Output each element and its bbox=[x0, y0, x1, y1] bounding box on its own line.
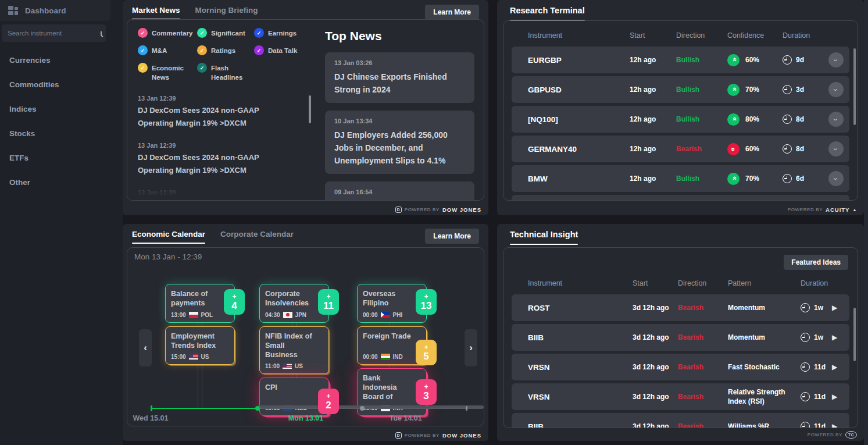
table-row[interactable]: [NQ100] 12h ago Bullish » 80% 8d › bbox=[512, 106, 849, 133]
event-count-badge[interactable]: + 11 bbox=[318, 289, 339, 315]
sidebar-item[interactable]: Stocks bbox=[0, 123, 123, 144]
sidebar-item[interactable]: Indices bbox=[0, 99, 123, 119]
expand-row-button[interactable]: › bbox=[828, 82, 844, 97]
news-filter-checkbox[interactable]: ✓ Ratings bbox=[197, 45, 254, 55]
news-filter-checkbox[interactable]: ✓ Earnings bbox=[254, 28, 305, 38]
event-count-badge[interactable]: + 4 bbox=[224, 289, 245, 315]
tab[interactable]: Economic Calendar bbox=[132, 230, 205, 244]
news-list-item[interactable]: 13 Jan 12:39 DJ DexCom Sees 2024 non-GAA… bbox=[138, 142, 309, 176]
featured-ideas-button[interactable]: Featured Ideas bbox=[784, 255, 848, 270]
news-list-item[interactable]: 13 Jan 12:39 bbox=[138, 189, 309, 196]
timeline-day-label[interactable]: Mon 13.01 bbox=[288, 414, 323, 422]
calendar-event-card[interactable]: Employment Trends Index 15:00 US bbox=[165, 326, 235, 365]
news-filter-checkbox[interactable]: ✓ Significant bbox=[197, 28, 254, 38]
table-row[interactable]: GBPUSD 12h ago Bullish » 70% 3d › bbox=[512, 76, 849, 103]
start-cell: 3d 12h ago bbox=[633, 422, 678, 428]
calendar-event-card[interactable]: Balance of payments 13:00 POL + 4 bbox=[165, 284, 235, 323]
table-row[interactable]: VRSN 3d 12h ago Bearish Fast Stochastic … bbox=[512, 354, 849, 380]
event-country-code: US bbox=[295, 363, 303, 369]
expand-row-button[interactable]: › bbox=[828, 171, 844, 186]
clock-icon bbox=[783, 115, 792, 124]
open-idea-arrow[interactable]: ▶ bbox=[832, 304, 849, 312]
news-filter-checkbox[interactable]: ✓ M&A bbox=[138, 45, 197, 55]
top-news-card[interactable]: 13 Jan 03:26 DJ Chinese Exports Finished… bbox=[325, 52, 474, 103]
learn-more-button[interactable]: Learn More bbox=[425, 229, 479, 244]
news-timestamp: 13 Jan 12:39 bbox=[138, 142, 309, 149]
badge-count: 5 bbox=[423, 351, 428, 361]
timeline-day-label[interactable]: Wed 15.01 bbox=[133, 414, 169, 422]
badge-count: 4 bbox=[231, 301, 237, 311]
news-filter-checkbox[interactable]: ✓ Flash Headlines bbox=[197, 63, 254, 82]
start-cell: 3d 12h ago bbox=[633, 333, 678, 341]
news-filter-checkbox[interactable]: ✓ Commentary bbox=[138, 28, 197, 38]
table-row[interactable]: BIIB 3d 12h ago Bearish Momentum 1w ▶ bbox=[512, 324, 849, 351]
top-news-timestamp: 10 Jan 13:34 bbox=[334, 118, 465, 124]
research-scrollbar[interactable] bbox=[853, 48, 856, 125]
confidence-value: 60% bbox=[745, 145, 759, 153]
open-idea-arrow[interactable]: ▶ bbox=[832, 333, 849, 341]
double-chevron-icon: » bbox=[731, 88, 738, 91]
sidebar-header-dashboard[interactable]: Dashboard bbox=[0, 0, 110, 21]
calendar-event-card[interactable]: Corporate Insolvencies 04:30 JPN + 11 bbox=[259, 284, 329, 323]
checkbox-check-icon: ✓ bbox=[197, 63, 207, 73]
tab[interactable]: Market News bbox=[132, 6, 180, 20]
research-table-header-row: Instrument Start Direction Confidence Du… bbox=[512, 24, 849, 47]
direction-arrow-badge: » bbox=[727, 113, 740, 126]
page-scrollbar[interactable] bbox=[864, 0, 868, 445]
insight-scrollbar[interactable] bbox=[853, 308, 856, 361]
news-list-item[interactable]: 13 Jan 12:39 DJ DexCom Sees 2024 non-GAA… bbox=[138, 95, 309, 129]
calendar-event-card[interactable]: Foreign Trade 00:00 IND + 5 bbox=[357, 326, 427, 365]
calendar-event-card[interactable]: NFIB Index of Small Business 11:00 US bbox=[259, 326, 329, 375]
country-flag-icon bbox=[283, 363, 292, 369]
filter-label: Earnings bbox=[268, 29, 297, 38]
table-row[interactable]: VRSN 3d 12h ago Bearish Relative Strengt… bbox=[512, 383, 849, 410]
sidebar-item[interactable]: ETFs bbox=[0, 148, 123, 168]
search-input[interactable] bbox=[8, 30, 97, 37]
top-news-card[interactable]: 09 Jan 16:54 DJ Airbus Comes Short of bbox=[325, 181, 474, 201]
table-row[interactable]: BIIB 3d 12h ago Bearish Williams %R 11d … bbox=[512, 413, 849, 428]
table-row[interactable]: ROST 3d 12h ago Bearish Momentum 1w ▶ bbox=[512, 294, 849, 321]
news-filter-checkbox[interactable]: ✓ Data Talk bbox=[254, 45, 305, 55]
search-icon[interactable] bbox=[101, 31, 102, 36]
timeline-day-label[interactable]: Tue 14.01 bbox=[390, 414, 422, 422]
table-row[interactable]: GERMANY40 12h ago Bearish » 60% 8d › bbox=[512, 136, 849, 162]
tab[interactable]: Corporate Calendar bbox=[220, 230, 294, 238]
sidebar-item[interactable]: Currencies bbox=[0, 50, 123, 70]
open-idea-arrow[interactable]: ▶ bbox=[832, 422, 849, 428]
table-row[interactable]: EURGBP 12h ago Bullish » 60% 9d › bbox=[512, 47, 849, 73]
calendar-prev-button[interactable]: ‹ bbox=[139, 329, 152, 366]
event-count-badge[interactable]: + 13 bbox=[416, 289, 437, 315]
learn-more-button[interactable]: Learn More bbox=[425, 5, 479, 20]
col-direction: Direction bbox=[678, 279, 728, 287]
duration-value: 1w bbox=[814, 304, 823, 312]
calendar-next-button[interactable]: › bbox=[465, 329, 477, 366]
news-filters: ✓ Commentary ✓ Significant ✓ Earnings bbox=[138, 28, 309, 82]
expand-row-button[interactable]: › bbox=[828, 52, 844, 67]
timeline-dot-active bbox=[255, 406, 260, 411]
sidebar-item[interactable]: Commodities bbox=[0, 74, 123, 95]
event-count-badge[interactable]: + 5 bbox=[416, 340, 437, 365]
duration-value: 8d bbox=[796, 115, 804, 123]
expand-row-button[interactable]: › bbox=[828, 112, 844, 127]
expand-row-button[interactable]: › bbox=[828, 141, 844, 156]
event-count-badge[interactable]: + 3 bbox=[416, 379, 437, 405]
instrument-cell: BMW bbox=[528, 175, 630, 183]
timeline-active-segment bbox=[151, 408, 255, 409]
table-row-partial[interactable] bbox=[512, 195, 849, 201]
direction-cell: Bullish bbox=[676, 175, 727, 183]
table-row[interactable]: BMW 12h ago Bullish » 70% 6d › bbox=[512, 165, 849, 192]
top-news-card[interactable]: 10 Jan 13:34 DJ Employers Added 256,000 … bbox=[325, 111, 474, 174]
confidence-cell: » 60% bbox=[727, 143, 783, 155]
event-country-code: US bbox=[201, 354, 209, 360]
tab[interactable]: Morning Briefing bbox=[195, 6, 258, 15]
badge-plus: + bbox=[424, 344, 428, 351]
open-idea-arrow[interactable]: ▶ bbox=[832, 393, 849, 401]
open-idea-arrow[interactable]: ▶ bbox=[832, 363, 849, 371]
col-start: Start bbox=[630, 31, 676, 40]
direction-cell: Bearish bbox=[676, 145, 727, 153]
search-box[interactable] bbox=[2, 24, 106, 42]
news-filter-checkbox[interactable]: ✓ Economic News bbox=[138, 63, 197, 82]
calendar-event-card[interactable]: Overseas Filipino 00:00 PHI + 13 bbox=[357, 284, 427, 323]
sidebar-item[interactable]: Other bbox=[0, 172, 123, 193]
event-count-badge[interactable]: + 2 bbox=[318, 389, 339, 414]
